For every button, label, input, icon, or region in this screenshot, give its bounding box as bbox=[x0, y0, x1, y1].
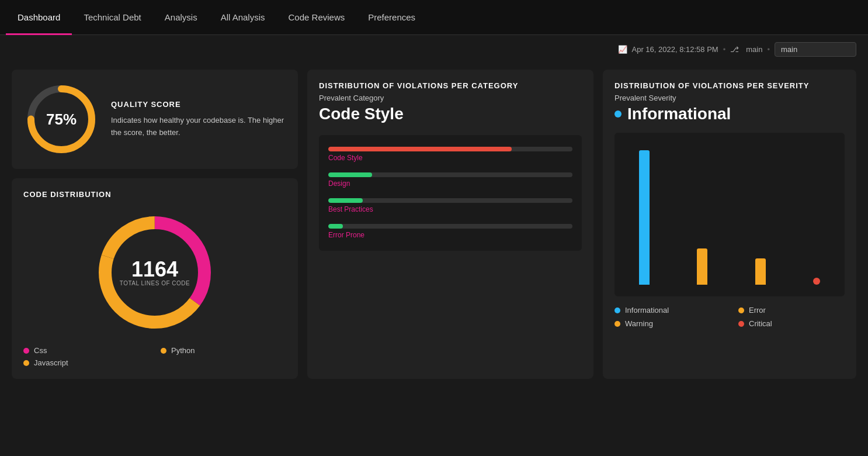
informational-dot bbox=[614, 308, 620, 313]
middle-column: DISTRIBUTION OF VIOLATIONS PER CATEGORY … bbox=[307, 70, 593, 379]
main-nav: Dashboard Technical Debt Analysis All An… bbox=[0, 0, 868, 35]
header-branch: main bbox=[746, 45, 762, 54]
css-dot bbox=[23, 348, 29, 354]
header-date: Apr 16, 2022, 8:12:58 PM bbox=[632, 45, 718, 54]
branch-icon: ⎇ bbox=[730, 45, 739, 54]
main-content: 75% QUALITY SCORE Indicates how healthy … bbox=[0, 64, 868, 391]
code-dist-donut: 1164 TOTAL LINES OF CODE bbox=[23, 208, 286, 337]
vert-col-informational bbox=[639, 144, 650, 285]
error-dot bbox=[738, 308, 744, 313]
sev-legend-informational: Informational bbox=[614, 306, 721, 315]
quality-donut: 75% bbox=[23, 81, 99, 157]
critical-label: Critical bbox=[749, 319, 772, 328]
bar-track-codestyle bbox=[328, 147, 572, 151]
severity-vert-chart bbox=[614, 133, 845, 296]
quality-description: Indicates how healthy your codebase is. … bbox=[111, 115, 286, 139]
code-dist-legend: Css Python Javascript bbox=[23, 346, 286, 367]
prevalent-severity-dot bbox=[614, 110, 622, 118]
right-column: DISTRIBUTION OF VIOLATIONS PER SEVERITY … bbox=[603, 70, 856, 379]
vert-col-critical bbox=[813, 144, 820, 285]
bar-track-design bbox=[328, 172, 572, 177]
bar-row-bestpractices: Best Practices bbox=[328, 198, 572, 213]
bar-fill-bestpractices bbox=[328, 198, 363, 203]
legend-javascript: Javascript bbox=[23, 358, 149, 367]
vert-col-warning bbox=[697, 144, 707, 285]
javascript-dot bbox=[23, 360, 29, 366]
quality-score-card: 75% QUALITY SCORE Indicates how healthy … bbox=[12, 70, 298, 169]
tab-preferences[interactable]: Preferences bbox=[356, 0, 427, 35]
sev-legend-error: Error bbox=[738, 306, 845, 315]
vert-bar-error bbox=[755, 258, 766, 285]
bar-row-errorprone: Error Prone bbox=[328, 224, 572, 239]
tab-technical-debt[interactable]: Technical Debt bbox=[72, 0, 152, 35]
bar-track-bestpractices bbox=[328, 198, 572, 203]
bar-track-errorprone bbox=[328, 224, 572, 229]
vert-bar-warning bbox=[697, 248, 707, 285]
prevalent-category-label: Prevalent Category bbox=[319, 94, 582, 102]
legend-python: Python bbox=[161, 346, 286, 355]
javascript-label: Javascript bbox=[34, 358, 68, 367]
quality-title: QUALITY SCORE bbox=[111, 100, 286, 109]
prevalent-severity-label: Prevalent Severity bbox=[614, 94, 845, 102]
branch-select[interactable]: main bbox=[775, 42, 856, 57]
tab-analysis[interactable]: Analysis bbox=[153, 0, 209, 35]
violations-category-title: DISTRIBUTION OF VIOLATIONS PER CATEGORY bbox=[319, 81, 582, 90]
bar-row-codestyle: Code Style bbox=[328, 147, 572, 162]
code-distribution-card: CODE DISTRIBUTION 1164 TOTAL LINES OF CO… bbox=[12, 178, 298, 379]
sev-legend-warning: Warning bbox=[614, 319, 721, 328]
vert-bar-critical bbox=[813, 278, 820, 285]
bar-label-bestpractices: Best Practices bbox=[328, 205, 572, 213]
total-lines-label: TOTAL LINES OF CODE bbox=[120, 280, 190, 286]
code-dist-title: CODE DISTRIBUTION bbox=[23, 190, 286, 199]
dot1: • bbox=[723, 45, 726, 54]
total-lines: 1164 bbox=[120, 259, 190, 280]
sev-legend-critical: Critical bbox=[738, 319, 845, 328]
bar-fill-codestyle bbox=[328, 147, 512, 151]
bar-fill-errorprone bbox=[328, 224, 343, 229]
vert-bar-informational bbox=[639, 150, 650, 285]
css-label: Css bbox=[34, 346, 47, 355]
prevalent-category-value: Code Style bbox=[319, 105, 582, 123]
tab-all-analysis[interactable]: All Analysis bbox=[209, 0, 277, 35]
quality-score-value: 75% bbox=[46, 110, 77, 129]
warning-label: Warning bbox=[625, 319, 653, 328]
vert-col-error bbox=[755, 144, 766, 285]
prevalent-severity-value: Informational bbox=[627, 105, 731, 123]
severity-legend: Informational Error Warning Critical bbox=[614, 306, 845, 328]
warning-dot bbox=[614, 321, 620, 327]
bar-row-design: Design bbox=[328, 172, 572, 188]
prevalent-severity-row: Informational bbox=[614, 105, 845, 123]
bar-label-design: Design bbox=[328, 179, 572, 188]
informational-label: Informational bbox=[625, 306, 669, 315]
quality-text: QUALITY SCORE Indicates how healthy your… bbox=[111, 100, 286, 139]
bar-fill-design bbox=[328, 172, 372, 177]
dot2: • bbox=[767, 45, 770, 54]
category-bar-chart: Code Style Design Best Practices bbox=[319, 135, 582, 251]
violations-severity-title: DISTRIBUTION OF VIOLATIONS PER SEVERITY bbox=[614, 81, 845, 90]
tab-dashboard[interactable]: Dashboard bbox=[6, 0, 72, 35]
violations-severity-card: DISTRIBUTION OF VIOLATIONS PER SEVERITY … bbox=[603, 70, 856, 379]
bar-label-errorprone: Error Prone bbox=[328, 231, 572, 239]
violations-category-card: DISTRIBUTION OF VIOLATIONS PER CATEGORY … bbox=[307, 70, 593, 379]
python-label: Python bbox=[171, 346, 195, 355]
error-label: Error bbox=[749, 306, 766, 315]
chart-icon: 📈 bbox=[618, 45, 627, 54]
tab-code-reviews[interactable]: Code Reviews bbox=[277, 0, 357, 35]
legend-css: Css bbox=[23, 346, 149, 355]
python-dot bbox=[161, 348, 166, 354]
header-bar: 📈 Apr 16, 2022, 8:12:58 PM • ⎇ main • ma… bbox=[0, 35, 868, 64]
left-column: 75% QUALITY SCORE Indicates how healthy … bbox=[12, 70, 298, 379]
code-dist-center: 1164 TOTAL LINES OF CODE bbox=[120, 259, 190, 286]
bar-label-codestyle: Code Style bbox=[328, 154, 572, 162]
critical-dot bbox=[738, 321, 744, 327]
